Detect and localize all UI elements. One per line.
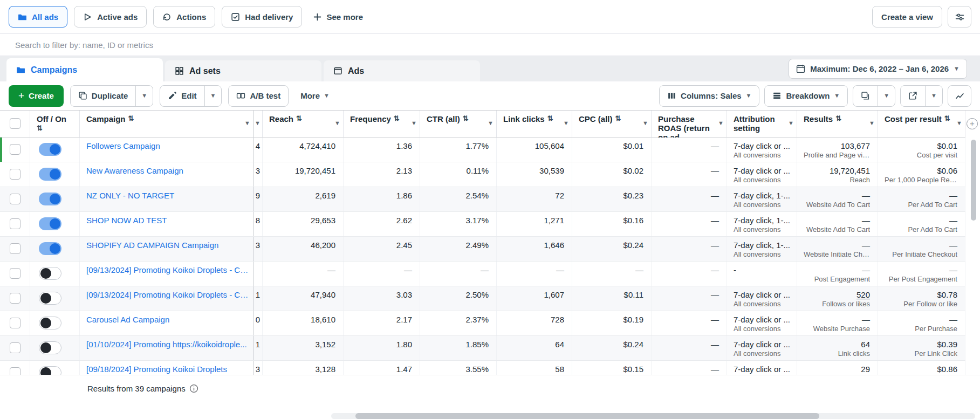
- column-header-cost-per-result[interactable]: Cost per result ⇅ ▼: [878, 111, 965, 137]
- filter-pill-label: Actions: [176, 12, 206, 22]
- add-column-button[interactable]: +: [967, 118, 978, 129]
- row-checkbox[interactable]: [10, 144, 20, 155]
- column-header-cpc[interactable]: CPC (all) ⇅ ▼: [572, 111, 652, 137]
- info-icon[interactable]: [189, 384, 198, 393]
- export-menu-button[interactable]: ▼: [925, 86, 942, 106]
- see-more-button[interactable]: See more: [309, 12, 367, 22]
- hidden-column-value: 4: [253, 141, 260, 151]
- filter-pill-active-ads[interactable]: Active ads: [74, 6, 147, 28]
- row-checkbox[interactable]: [10, 243, 20, 254]
- column-header-campaign[interactable]: Campaign ⇅ ▼: [80, 111, 253, 137]
- campaign-name-link[interactable]: [09/18/2024] Promoting Koikoi Droplets: [86, 364, 249, 374]
- column-menu-caret[interactable]: ▼: [488, 120, 494, 126]
- campaign-toggle[interactable]: [39, 242, 61, 255]
- horizontal-scrollbar-thumb[interactable]: [355, 413, 819, 419]
- campaign-toggle[interactable]: [39, 168, 61, 181]
- edit-menu-button[interactable]: ▼: [204, 86, 222, 106]
- sort-icon[interactable]: ⇅: [296, 114, 302, 123]
- campaign-name-link[interactable]: Carousel Ad Campaign: [86, 314, 249, 325]
- ctr-value: 3.55%: [427, 364, 489, 374]
- column-header-link-clicks[interactable]: Link clicks ⇅ ▼: [497, 111, 572, 137]
- campaign-toggle[interactable]: [39, 217, 61, 230]
- column-header-hidden[interactable]: ▼: [253, 111, 263, 137]
- campaign-toggle[interactable]: [39, 366, 61, 375]
- ab-test-button[interactable]: A/B test: [229, 86, 288, 106]
- more-button[interactable]: More ▼: [295, 91, 335, 100]
- column-header-purchase-roas[interactable]: Purchase ROAS (return on ad... ▼: [652, 111, 727, 137]
- row-checkbox[interactable]: [10, 293, 20, 304]
- campaign-toggle[interactable]: [39, 317, 61, 329]
- column-header-frequency[interactable]: Frequency ⇅ ▼: [344, 111, 420, 137]
- campaign-name-link[interactable]: NZ ONLY - NO TARGET: [86, 190, 249, 201]
- column-menu-caret[interactable]: ▼: [563, 120, 569, 126]
- column-menu-caret[interactable]: ▼: [411, 120, 417, 126]
- column-header-results[interactable]: Results ⇅ ▼: [797, 111, 878, 137]
- filter-pill-actions[interactable]: Actions: [153, 6, 215, 28]
- columns-button[interactable]: Columns: Sales ▼: [660, 86, 759, 106]
- tab-campaigns[interactable]: Campaigns: [6, 58, 163, 81]
- sort-icon[interactable]: ⇅: [37, 124, 43, 132]
- column-menu-caret[interactable]: ▼: [334, 120, 340, 126]
- column-menu-caret[interactable]: ▼: [244, 120, 250, 126]
- sort-icon[interactable]: ⇅: [394, 114, 400, 123]
- view-settings-button[interactable]: [948, 6, 971, 28]
- export-button[interactable]: [901, 86, 925, 106]
- row-checkbox[interactable]: [10, 218, 20, 229]
- tab-ad-sets[interactable]: Ad sets: [165, 60, 321, 81]
- reports-button[interactable]: [853, 86, 878, 106]
- campaign-name-link[interactable]: SHOP NOW AD TEST: [86, 215, 249, 225]
- column-header-off-on[interactable]: Off / On ⇅: [30, 111, 80, 137]
- ctr-cell: 2.37%: [420, 311, 497, 335]
- row-checkbox[interactable]: [10, 194, 20, 204]
- column-header-ctr[interactable]: CTR (all) ⇅ ▼: [420, 111, 497, 137]
- column-header-attribution-setting[interactable]: Attribution setting ▼: [727, 111, 797, 137]
- column-header-reach[interactable]: Reach ⇅ ▼: [263, 111, 344, 137]
- duplicate-button[interactable]: Duplicate: [71, 86, 136, 106]
- column-menu-caret[interactable]: ▼: [255, 120, 261, 126]
- sort-icon[interactable]: ⇅: [463, 114, 469, 123]
- select-all-checkbox[interactable]: [10, 118, 20, 129]
- campaign-name-link[interactable]: SHOPIFY AD CAMPAIGN Campaign: [86, 240, 249, 250]
- campaign-name-link[interactable]: Followers Campaign: [86, 141, 249, 151]
- create-a-view-button[interactable]: Create a view: [872, 6, 942, 28]
- chevron-down-icon: ▼: [324, 93, 330, 99]
- column-menu-caret[interactable]: ▼: [956, 120, 962, 126]
- sort-icon[interactable]: ⇅: [835, 114, 841, 123]
- row-checkbox[interactable]: [10, 342, 20, 353]
- link-clicks-cell: 58: [497, 361, 572, 375]
- charts-button[interactable]: [948, 85, 971, 107]
- column-menu-caret[interactable]: ▼: [718, 120, 724, 126]
- filter-pill-all-ads[interactable]: All ads: [9, 6, 67, 28]
- campaign-name-link[interactable]: [01/10/2024] Promoting https://koikoidro…: [86, 339, 249, 349]
- breakdown-button[interactable]: Breakdown ▼: [765, 86, 847, 106]
- vertical-scrollbar-thumb[interactable]: [971, 140, 976, 221]
- sort-icon[interactable]: ⇅: [547, 114, 553, 123]
- filter-pill-had-delivery[interactable]: Had delivery: [222, 6, 302, 28]
- row-select-cell: [0, 212, 30, 236]
- sort-icon[interactable]: ⇅: [615, 114, 621, 123]
- campaign-toggle[interactable]: [39, 267, 61, 280]
- campaign-toggle[interactable]: [39, 143, 61, 156]
- date-range-selector[interactable]: Maximum: Dec 6, 2022 – Jan 6, 2026 ▼: [789, 59, 967, 79]
- campaign-name-link[interactable]: New Awareness Campaign: [86, 166, 249, 176]
- campaign-toggle[interactable]: [39, 193, 61, 205]
- campaign-name-link[interactable]: [09/13/2024] Promoting Koikoi Droplets -…: [86, 290, 249, 300]
- sort-icon[interactable]: ⇅: [128, 114, 134, 123]
- row-checkbox[interactable]: [10, 169, 20, 180]
- campaign-toggle[interactable]: [39, 292, 61, 305]
- column-menu-caret[interactable]: ▼: [788, 120, 794, 126]
- row-checkbox[interactable]: [10, 367, 20, 375]
- duplicate-menu-button[interactable]: ▼: [135, 86, 153, 106]
- reports-menu-button[interactable]: ▼: [878, 86, 895, 106]
- row-checkbox[interactable]: [10, 268, 20, 279]
- search-input[interactable]: [14, 40, 966, 50]
- tab-ads[interactable]: Ads: [324, 60, 480, 81]
- sort-icon[interactable]: ⇅: [944, 114, 950, 123]
- campaign-toggle[interactable]: [39, 341, 61, 354]
- row-checkbox[interactable]: [10, 318, 20, 328]
- campaign-name-link[interactable]: [09/13/2024] Promoting Koikoi Droplets -…: [86, 265, 249, 275]
- column-menu-caret[interactable]: ▼: [642, 120, 648, 126]
- column-menu-caret[interactable]: ▼: [869, 120, 875, 126]
- create-button[interactable]: + Create: [9, 85, 64, 107]
- edit-button[interactable]: Edit: [160, 86, 204, 106]
